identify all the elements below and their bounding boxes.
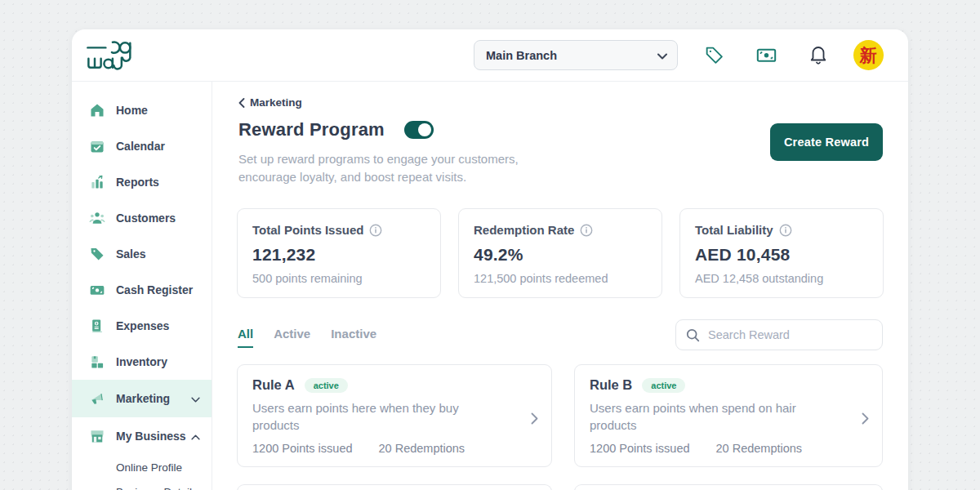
status-badge: active [642,378,685,393]
sidebar-item-calendar[interactable]: Calendar [72,128,212,164]
stat-value: 49.2% [474,245,647,265]
stat-subtext: 121,500 points redeemed [474,272,647,285]
title-row: Reward Program [238,119,434,140]
stat-label: Total Liability [695,223,773,237]
sidebar-item-expenses[interactable]: Expenses [72,308,212,344]
sidebar-item-label: Home [116,104,148,117]
sidebar-item-my-business[interactable]: My Business [72,417,212,455]
cash-register-icon [88,281,106,299]
info-icon[interactable] [779,224,792,237]
customers-icon [88,209,106,227]
expenses-icon [88,317,106,335]
sidebar-subitem-online-profile[interactable]: Online Profile [72,455,212,479]
calendar-icon [88,137,106,155]
rule-description: Users earn points when spend on hair pro… [590,399,843,434]
rules-row: Rule A active Users earn points here whe… [237,364,883,467]
sidebar-subitem-label: Business Details [116,486,198,490]
branch-selector-value: Main Branch [486,49,557,62]
sidebar: Home Calendar Reports [72,82,212,490]
sidebar-item-label: Expenses [116,319,169,332]
rule-card-partial[interactable] [574,484,883,490]
rule-name: Rule B [590,377,632,393]
stat-label: Redemption Rate [474,223,574,237]
rule-card-a[interactable]: Rule A active Users earn points here whe… [237,364,552,467]
sidebar-item-label: Calendar [116,140,165,153]
search-icon [686,328,700,342]
sales-tag-icon [88,245,106,263]
bell-icon[interactable] [792,45,844,66]
sidebar-item-cash-register[interactable]: Cash Register [72,272,212,308]
avatar-initial: 新 [853,40,884,70]
storefront-icon [88,427,106,445]
breadcrumb-label: Marketing [250,96,302,109]
tag-icon[interactable] [688,45,740,65]
program-toggle[interactable] [404,121,434,139]
banknote-icon[interactable] [740,44,792,66]
rule-card-b[interactable]: Rule B active Users earn points when spe… [574,364,883,467]
rule-redemptions: 20 Redemptions [716,442,803,455]
reports-icon [88,173,106,191]
chevron-down-icon [657,49,667,62]
filter-tabs: All Active Inactive [238,327,376,348]
sidebar-item-inventory[interactable]: Inventory [72,344,212,380]
stat-subtext: 500 points remaining [252,272,425,285]
sidebar-item-sales[interactable]: Sales [72,236,212,272]
search-input[interactable] [708,328,872,341]
sidebar-item-label: Cash Register [116,283,193,296]
breadcrumb[interactable]: Marketing [238,96,302,109]
sidebar-item-reports[interactable]: Reports [72,164,212,200]
chevron-left-icon [238,98,245,108]
rule-points-issued: 1200 Points issued [590,442,690,455]
app-window: Main Branch [72,29,908,490]
search-box [675,319,883,350]
stat-card-total-points: Total Points Issued 121,232 500 points r… [237,208,441,298]
status-badge: active [305,378,348,393]
sidebar-item-marketing[interactable]: Marketing [72,380,212,417]
page-title: Reward Program [238,119,385,140]
stat-subtext: AED 12,458 outstanding [695,272,868,285]
info-icon[interactable] [369,224,382,237]
toggle-knob [418,123,431,136]
chevron-right-icon[interactable] [531,412,538,428]
stat-card-total-liability: Total Liability AED 10,458 AED 12,458 ou… [679,208,884,298]
rule-redemptions: 20 Redemptions [379,442,466,455]
tab-inactive[interactable]: Inactive [331,327,376,348]
sidebar-item-label: Customers [116,212,176,225]
sidebar-item-customers[interactable]: Customers [72,200,212,236]
page-description: Set up reward programs to engage your cu… [238,150,557,186]
sidebar-item-label: My Business [116,430,186,443]
avatar[interactable]: 新 [844,40,892,70]
tab-all[interactable]: All [238,327,253,348]
stat-card-redemption-rate: Redemption Rate 49.2% 121,500 points red… [458,208,662,298]
stat-label: Total Points Issued [252,223,363,237]
sidebar-item-label: Marketing [116,392,170,405]
stat-value: 121,232 [252,245,425,265]
inventory-icon [88,353,106,371]
sidebar-item-label: Inventory [116,355,167,368]
stats-row: Total Points Issued 121,232 500 points r… [237,208,884,298]
sidebar-subitem-label: Online Profile [116,461,182,474]
tab-active[interactable]: Active [274,327,310,348]
chevron-up-icon [191,430,200,443]
sidebar-subitem-business-details[interactable]: Business Details [72,479,212,490]
partial-cards-row [237,484,883,490]
branch-selector[interactable]: Main Branch [474,40,678,70]
info-icon[interactable] [580,224,593,237]
create-reward-button[interactable]: Create Reward [770,123,883,161]
marketing-icon [88,390,106,408]
rule-description: Users earn points here when they buy pro… [252,399,506,434]
chevron-down-icon [191,392,200,405]
waj-logo [86,38,136,74]
sidebar-item-label: Reports [116,176,159,189]
rule-name: Rule A [252,377,295,393]
stat-value: AED 10,458 [695,245,868,265]
chevron-right-icon[interactable] [862,412,869,428]
sidebar-item-home[interactable]: Home [72,92,212,128]
topbar-icon-group: 新 [688,40,892,70]
rule-card-partial[interactable] [237,484,552,490]
topbar: Main Branch [72,29,908,82]
home-icon [88,101,106,119]
sidebar-item-label: Sales [116,247,146,261]
rule-points-issued: 1200 Points issued [252,442,353,455]
main-content: Marketing Reward Program Set up reward p… [212,82,908,490]
